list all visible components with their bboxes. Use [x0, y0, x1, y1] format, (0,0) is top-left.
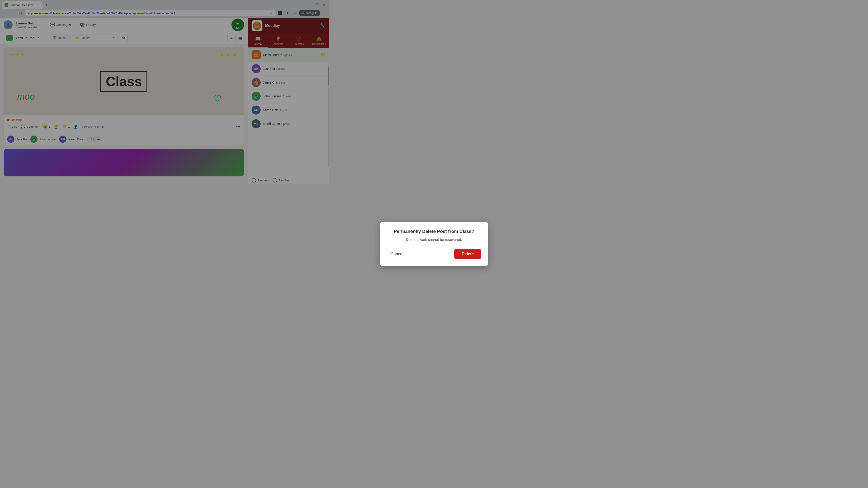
- modal-overlay: Permanently Delete Post from Class? Dele…: [0, 0, 329, 184]
